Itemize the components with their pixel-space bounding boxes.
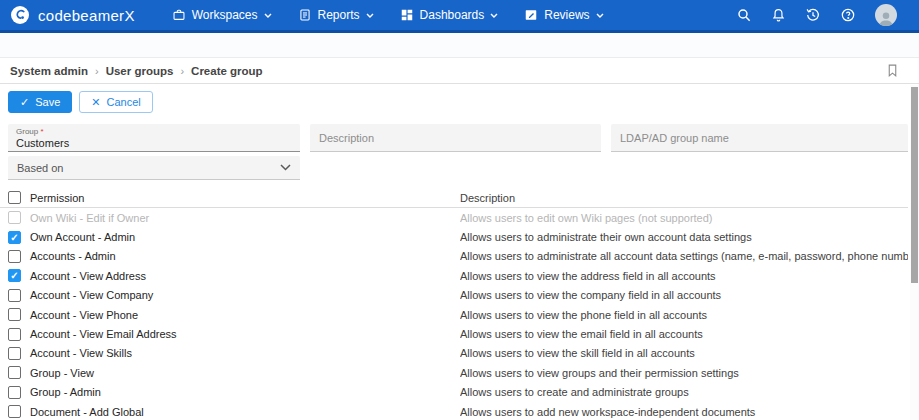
permission-label: Group - View [30, 367, 94, 379]
permissions-table: Permission Description Own Wiki - Edit i… [0, 188, 908, 420]
permission-checkbox[interactable] [8, 386, 21, 399]
permission-checkbox[interactable] [8, 269, 21, 282]
permission-checkbox[interactable] [8, 308, 21, 321]
form-actions: ✓ Save ✕ Cancel [8, 91, 153, 113]
permission-cell: Account - View Skills [0, 347, 460, 360]
nav-dashboards-label: Dashboards [420, 8, 485, 22]
nav-reviews[interactable]: Reviews [511, 0, 616, 30]
check-icon: ✓ [20, 97, 29, 108]
breadcrumb-system-admin[interactable]: System admin [10, 65, 88, 77]
permission-cell: Account - View Company [0, 289, 460, 302]
field-row: Group * Customers [8, 124, 908, 152]
description-column-header: Description [460, 192, 908, 204]
review-icon [524, 8, 538, 22]
description-cell: Allows users to view the skill field in … [460, 347, 908, 359]
nav-reviews-label: Reviews [544, 8, 589, 22]
group-name-field[interactable]: Group * Customers [8, 124, 300, 152]
search-icon[interactable] [736, 7, 752, 23]
permission-label: Document - Add Global [30, 406, 144, 418]
breadcrumb-user-groups[interactable]: User groups [106, 65, 174, 77]
description-cell: Allows users to view groups and their pe… [460, 367, 908, 379]
permission-cell: Account - View Email Address [0, 328, 460, 341]
permission-cell: Own Account - Admin [0, 231, 460, 244]
table-row: Group - Admin Allows users to create and… [0, 383, 908, 402]
permission-label: Group - Admin [30, 386, 101, 398]
nav-dashboards[interactable]: Dashboards [387, 0, 512, 30]
permission-cell: Account - View Phone [0, 308, 460, 321]
permission-label: Own Account - Admin [30, 231, 135, 243]
app-logo[interactable]: codebeamerX [10, 5, 135, 25]
notifications-bell-icon[interactable] [771, 7, 786, 23]
app-window: codebeamerX Workspaces Reports [0, 0, 919, 420]
nav-workspaces[interactable]: Workspaces [159, 0, 285, 30]
vertical-scrollbar [910, 85, 919, 420]
table-row: Account - View Email Address Allows user… [0, 324, 908, 343]
user-avatar[interactable] [875, 4, 897, 26]
breadcrumb-separator: › [95, 65, 99, 77]
permission-checkbox[interactable] [8, 231, 21, 244]
description-cell: Allows users to administrate their own a… [460, 231, 908, 243]
help-icon[interactable] [840, 7, 856, 23]
permission-checkbox[interactable] [8, 366, 21, 379]
based-on-select[interactable]: Based on [8, 156, 300, 180]
permission-checkbox[interactable] [8, 347, 21, 360]
permission-label: Own Wiki - Edit if Owner [30, 212, 149, 224]
table-row: Accounts - Admin Allows users to adminis… [0, 247, 908, 266]
select-all-checkbox[interactable] [8, 191, 21, 204]
scrollbar-thumb[interactable] [911, 87, 918, 283]
table-row: Own Account - Admin Allows users to admi… [0, 227, 908, 246]
dashboard-icon [400, 8, 414, 22]
breadcrumb-create-group: Create group [191, 65, 263, 77]
description-cell: Allows users to view the phone field in … [460, 309, 908, 321]
permission-cell: Group - Admin [0, 386, 460, 399]
top-app-bar: codebeamerX Workspaces Reports [0, 0, 919, 33]
permission-checkbox[interactable] [8, 405, 21, 418]
description-cell: Allows users to add new workspace-indepe… [460, 406, 908, 418]
save-button[interactable]: ✓ Save [8, 91, 72, 113]
based-on-label: Based on [17, 162, 63, 174]
bookmark-icon[interactable] [886, 63, 899, 78]
permission-checkbox[interactable] [8, 250, 21, 263]
required-mark: * [40, 127, 43, 136]
description-field[interactable] [310, 124, 601, 152]
description-cell: Allows users to view the address field i… [460, 270, 908, 282]
permission-label: Account - View Phone [30, 309, 138, 321]
table-row: Own Wiki - Edit if Owner Allows users to… [0, 208, 908, 227]
table-row: Group - View Allows users to view groups… [0, 363, 908, 382]
description-cell: Allows users to create and administrate … [460, 386, 908, 398]
breadcrumb-separator: › [180, 65, 184, 77]
table-row: Account - View Address Allows users to v… [0, 266, 908, 285]
permission-column-header: Permission [0, 191, 460, 204]
permission-label: Account - View Skills [30, 347, 132, 359]
permission-label: Account - View Company [30, 289, 153, 301]
person-icon [877, 10, 895, 26]
permission-checkbox[interactable] [8, 211, 21, 224]
permission-label: Account - View Address [30, 270, 146, 282]
permission-header-label: Permission [30, 192, 84, 204]
table-row: Account - View Skills Allows users to vi… [0, 344, 908, 363]
ldap-group-name-field[interactable] [611, 124, 908, 152]
close-icon: ✕ [91, 97, 100, 108]
codebeamer-logo-icon [10, 5, 30, 25]
table-row: Document - Add Global Allows users to ad… [0, 402, 908, 420]
permission-cell: Document - Add Global [0, 405, 460, 418]
description-cell: Allows users to view the email field in … [460, 328, 908, 340]
cancel-button[interactable]: ✕ Cancel [79, 91, 152, 113]
history-icon[interactable] [805, 7, 821, 23]
report-icon [298, 8, 312, 22]
permission-label: Account - View Email Address [30, 328, 177, 340]
breadcrumb: System admin › User groups › Create grou… [0, 57, 919, 84]
description-cell: Allows users to administrate all account… [460, 250, 908, 262]
chevron-down-icon [280, 164, 291, 171]
chevron-down-icon [596, 13, 604, 18]
nav-reports-label: Reports [318, 8, 360, 22]
permission-checkbox[interactable] [8, 328, 21, 341]
table-header-row: Permission Description [0, 188, 908, 208]
nav-reports[interactable]: Reports [285, 0, 387, 30]
permission-cell: Own Wiki - Edit if Owner [0, 211, 460, 224]
table-row: Account - View Company Allows users to v… [0, 286, 908, 305]
create-group-form: ✓ Save ✕ Cancel Group * Customers Based … [0, 85, 919, 420]
permission-cell: Account - View Address [0, 269, 460, 282]
group-field-value: Customers [16, 136, 292, 150]
permission-checkbox[interactable] [8, 289, 21, 302]
